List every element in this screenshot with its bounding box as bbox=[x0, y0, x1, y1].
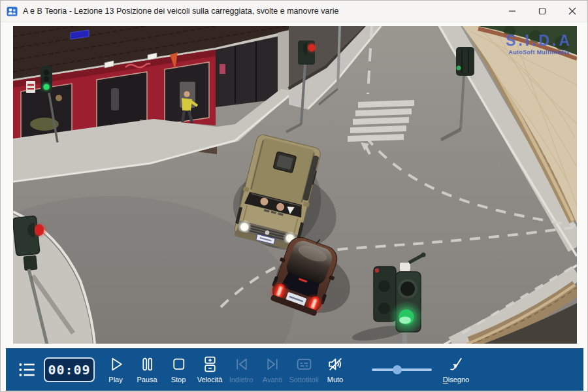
pause-button[interactable]: Pausa bbox=[131, 348, 163, 391]
app-icon bbox=[7, 6, 18, 17]
stop-icon bbox=[170, 355, 188, 373]
subtitles-button[interactable]: Sottotitoli bbox=[288, 348, 319, 391]
next-button[interactable] bbox=[532, 348, 556, 391]
chevron-left-icon bbox=[481, 361, 498, 378]
speed-icon bbox=[201, 355, 219, 373]
playback-toolbar: 00:09 Play Pausa Stop bbox=[6, 348, 583, 391]
playlist-icon bbox=[17, 360, 37, 380]
timer-display: 00:09 bbox=[44, 357, 95, 382]
draw-label: Disegno bbox=[443, 376, 469, 384]
back-label: Indietro bbox=[229, 376, 253, 384]
stop-button[interactable]: Stop bbox=[163, 348, 194, 391]
lesson-video-scene bbox=[13, 26, 577, 344]
speed-button[interactable]: Velocità bbox=[194, 348, 225, 391]
prev-button[interactable] bbox=[478, 348, 501, 391]
skip-back-icon bbox=[233, 355, 250, 373]
minimize-button[interactable] bbox=[497, 1, 527, 22]
pause-icon bbox=[139, 355, 156, 373]
play-button[interactable]: Play bbox=[100, 348, 131, 391]
mute-icon bbox=[327, 355, 344, 373]
titlebar: A e B Teoria - Lezione 13 Posizione dei … bbox=[1, 1, 587, 22]
window-title: A e B Teoria - Lezione 13 Posizione dei … bbox=[23, 7, 338, 16]
stop-label: Stop bbox=[171, 376, 186, 384]
draw-button[interactable]: Disegno bbox=[438, 348, 474, 391]
subtitles-label: Sottotitoli bbox=[289, 376, 318, 384]
wall-sign bbox=[26, 81, 35, 93]
app-window: A e B Teoria - Lezione 13 Posizione dei … bbox=[0, 0, 588, 392]
maximize-button[interactable] bbox=[527, 1, 557, 22]
return-arrow-icon bbox=[563, 361, 581, 379]
video-viewport[interactable]: S.I.D.A AutoSoft Multimedia bbox=[13, 26, 577, 344]
window-controls bbox=[497, 1, 587, 22]
sida-logo-text: S.I.D.A bbox=[506, 33, 572, 48]
sida-watermark: S.I.D.A AutoSoft Multimedia bbox=[506, 33, 572, 56]
forward-label: Avanti bbox=[263, 376, 282, 384]
volume-slider[interactable] bbox=[372, 365, 432, 375]
exit-button[interactable] bbox=[560, 348, 583, 391]
timer-value: 00:09 bbox=[48, 362, 90, 378]
pause-label: Pausa bbox=[137, 376, 157, 384]
chevron-right-icon bbox=[536, 361, 553, 378]
chevrons-up-down-icon bbox=[508, 361, 526, 379]
play-label: Play bbox=[108, 376, 122, 384]
expand-button[interactable] bbox=[505, 348, 529, 391]
subtitles-icon bbox=[295, 355, 313, 373]
playlist-button[interactable] bbox=[12, 348, 41, 391]
pen-icon bbox=[448, 355, 465, 373]
volume-slider-track[interactable] bbox=[372, 368, 432, 371]
close-button[interactable] bbox=[557, 1, 587, 22]
volume-slider-thumb[interactable] bbox=[393, 365, 402, 374]
mute-button[interactable]: Muto bbox=[319, 348, 351, 391]
play-icon bbox=[107, 355, 125, 373]
skip-forward-icon bbox=[264, 355, 282, 373]
mute-label: Muto bbox=[327, 376, 343, 384]
speed-label: Velocità bbox=[197, 376, 223, 384]
back-button[interactable]: Indietro bbox=[225, 348, 257, 391]
sida-logo-subtitle: AutoSoft Multimedia bbox=[506, 50, 572, 56]
forward-button[interactable]: Avanti bbox=[257, 348, 288, 391]
